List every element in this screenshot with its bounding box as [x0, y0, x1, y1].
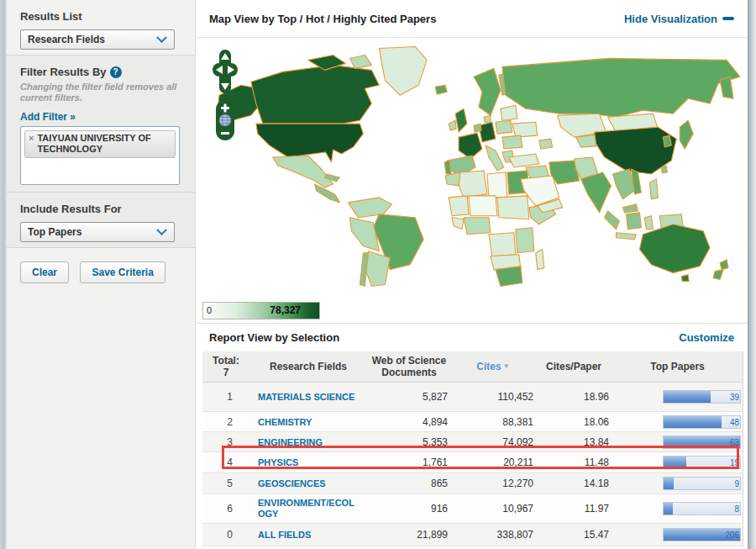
country-argentina	[365, 251, 390, 287]
table-row: 0 ALL FIELDS 21,899 338,807 15.47 206	[202, 524, 743, 546]
country-baltics	[501, 105, 517, 120]
hide-visualization-link[interactable]: Hide Visualization	[624, 13, 734, 25]
legend-min-value: 0	[207, 305, 212, 315]
legend-max-value: 78,327	[270, 304, 301, 316]
field-link[interactable]: PHYSICS	[258, 457, 298, 468]
report-header: Report View by Selection Customize	[196, 324, 748, 351]
customize-link[interactable]: Customize	[679, 331, 734, 344]
row-rank: 4	[202, 457, 249, 468]
cites-per-paper-value: 11.97	[535, 503, 612, 515]
country-sulawesi	[644, 216, 653, 230]
row-rank: 5	[202, 478, 249, 489]
country-ireland	[449, 120, 456, 130]
filter-box: × TAIYUAN UNIVERSITY OF TECHNOLOGY	[20, 126, 180, 185]
field-link[interactable]: ENVIRONMENT/ECOLOGY	[258, 498, 359, 520]
help-icon[interactable]: ?	[110, 66, 122, 78]
country-korea	[663, 135, 671, 147]
cites-per-paper-value: 11.48	[535, 457, 612, 468]
country-portugal	[444, 161, 451, 174]
world-choropleth-map[interactable]	[207, 43, 743, 295]
country-chad-sudan	[497, 196, 529, 219]
row-rank: 1	[202, 391, 249, 403]
top-papers-bar: 19	[663, 456, 741, 469]
country-nigeria	[464, 218, 491, 235]
top-papers-bar: 206	[663, 528, 741, 541]
left-edge-strip	[0, 0, 7, 549]
clear-button[interactable]: Clear	[20, 261, 69, 283]
country-philippines	[649, 179, 658, 199]
country-france	[459, 133, 482, 159]
report-table: Total:7 Research Fields Web of Science D…	[202, 351, 743, 546]
include-results-select[interactable]: Top Papers	[20, 222, 175, 242]
row-rank: 6	[202, 503, 249, 515]
field-link[interactable]: ENGINEERING	[258, 437, 323, 448]
country-mali-niger	[469, 196, 497, 216]
top-papers-bar: 9	[663, 477, 741, 490]
country-java	[616, 233, 636, 240]
column-header-research-fields: Research Fields	[249, 361, 367, 372]
right-edge-strip[interactable]	[748, 0, 756, 549]
country-india	[581, 172, 612, 213]
country-peru-bolivia	[349, 218, 379, 251]
country-ukraine	[512, 122, 538, 137]
country-japan	[680, 120, 693, 149]
country-myanmar-thailand	[612, 169, 634, 199]
filter-note: Changing the filter field removes all cu…	[20, 82, 181, 103]
cites-per-paper-value: 18.96	[535, 391, 612, 403]
filter-section: Filter Results By? Changing the filter f…	[7, 55, 195, 193]
top-papers-value: 9	[734, 478, 739, 489]
cites-per-paper-value: 13.84	[535, 436, 612, 448]
filter-tag-label: TAIYUAN UNIVERSITY OF TECHNOLOGY	[37, 133, 170, 155]
table-row: 3 ENGINEERING 5,353 74,092 13.84 63	[202, 432, 743, 452]
map-zoom-control[interactable]	[216, 100, 234, 140]
map-controls	[213, 50, 239, 140]
country-russia	[502, 58, 740, 117]
country-new-zealand	[713, 270, 723, 280]
cites-value: 338,807	[451, 529, 535, 541]
wos-documents-value: 1,761	[367, 457, 451, 468]
cites-value: 20,211	[451, 457, 535, 468]
save-criteria-button[interactable]: Save Criteria	[80, 261, 165, 283]
cites-value: 88,381	[451, 416, 535, 428]
row-rank: 3	[202, 436, 249, 448]
column-header-cites-sort[interactable]: Cites▼	[451, 361, 535, 372]
field-link[interactable]: ALL FIELDS	[258, 530, 311, 541]
cites-per-paper-value: 14.18	[535, 478, 612, 489]
results-list-label: Results List	[20, 10, 181, 23]
results-list-section: Results List Research Fields	[7, 0, 195, 55]
zoom-out-icon	[221, 132, 229, 135]
cites-value: 12,270	[451, 478, 535, 489]
top-papers-value: 206	[725, 530, 739, 541]
sidebar: Results List Research Fields Filter Resu…	[7, 0, 195, 549]
map-legend: 0 78,327	[202, 302, 320, 319]
column-header-top-papers: Top Papers	[612, 361, 743, 372]
country-romania	[502, 135, 522, 149]
cites-per-paper-value: 18.06	[535, 416, 612, 428]
map-pan-control[interactable]	[213, 50, 238, 93]
country-congo	[489, 233, 516, 256]
table-row: 6 ENVIRONMENT/ECOLOGY 916 10,967 11.97 8	[202, 494, 743, 524]
field-link[interactable]: GEOSCIENCES	[258, 478, 326, 489]
wos-documents-value: 4,894	[367, 416, 451, 428]
country-kamchatka	[720, 77, 733, 98]
table-row: 2 CHEMISTRY 4,894 88,381 18.06 48	[202, 412, 743, 432]
filter-tag: × TAIYUAN UNIVERSITY OF TECHNOLOGY	[24, 130, 176, 158]
top-papers-value: 39	[730, 392, 739, 403]
results-list-select[interactable]: Research Fields	[20, 29, 175, 50]
remove-filter-icon[interactable]: ×	[29, 133, 34, 144]
wos-documents-value: 916	[367, 503, 451, 515]
field-link[interactable]: CHEMISTRY	[258, 417, 312, 428]
wos-documents-value: 21,899	[367, 529, 451, 541]
country-madagascar	[536, 250, 544, 270]
column-header-wos-documents: Web of Science Documents	[367, 355, 451, 378]
country-libya	[487, 172, 507, 198]
field-link[interactable]: MATERIALS SCIENCE	[258, 392, 354, 403]
wos-documents-value: 865	[367, 478, 451, 489]
table-row-highlighted: 4 PHYSICS 1,761 20,211 11.48 19	[202, 452, 743, 473]
add-filter-link[interactable]: Add Filter »	[20, 111, 76, 123]
country-usa	[256, 124, 364, 162]
country-benelux	[474, 124, 481, 132]
map-area: 0 78,327	[196, 38, 748, 324]
country-tasmania	[681, 275, 689, 282]
country-uk	[455, 108, 467, 132]
